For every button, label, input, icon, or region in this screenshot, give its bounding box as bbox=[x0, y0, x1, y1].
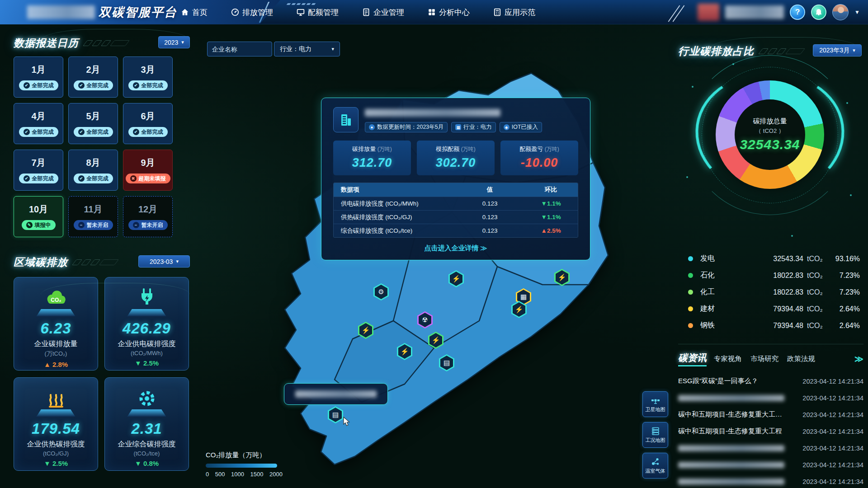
marker-glyph-icon: ⚡ bbox=[556, 270, 568, 285]
news-item-4[interactable]: 碳中和五期项目-生态修复重大工程2023-04-12 14:21:34 bbox=[678, 423, 863, 440]
calendar-month-card-1[interactable]: 1月✔全部完成 bbox=[14, 56, 63, 98]
company-detail-link[interactable]: 点击进入企业详情 ≫ bbox=[333, 244, 578, 253]
stat-value: 179.54 bbox=[14, 420, 98, 437]
stat-label: 企业供电碳排强度 bbox=[105, 339, 189, 349]
industry-legend-row-3: 化工18022.83tCO₂7.23% bbox=[688, 286, 860, 299]
news-item-2[interactable]: 2023-04-12 14:21:34 bbox=[678, 389, 863, 406]
table-trend-cell: ▲2.5% bbox=[524, 227, 578, 234]
news-item-5[interactable]: 2023-04-12 14:21:34 bbox=[678, 440, 863, 456]
region-month-select[interactable]: 2023-03▾ bbox=[138, 255, 190, 267]
popup-stat-value: -10.00 bbox=[500, 156, 578, 170]
calendar-month-card-10[interactable]: 10月✎填报中 bbox=[14, 196, 63, 237]
title-ornaments bbox=[74, 259, 117, 265]
news-timestamp: 2023-04-12 14:21:34 bbox=[802, 478, 863, 485]
user-avatar[interactable] bbox=[832, 4, 849, 20]
map-emission-legend: CO₂排放量（万吨） 0500100015002000 bbox=[206, 451, 292, 478]
nav-item-3[interactable]: 配额管理 bbox=[297, 7, 339, 18]
calendar-month-card-12[interactable]: 12月−暂未开启 bbox=[123, 196, 173, 237]
month-status-badge: ✔全部完成 bbox=[19, 174, 58, 183]
month-label: 6月 bbox=[141, 110, 155, 122]
map-layer-button-3[interactable]: 温室气体 bbox=[642, 453, 668, 479]
month-label: 12月 bbox=[138, 203, 157, 216]
popup-stat-2: 模拟配额 (万吨)302.70 bbox=[417, 141, 495, 175]
news-item-7[interactable]: 2023-04-12 14:21:34 bbox=[678, 473, 863, 488]
month-status-text: 暂未开启 bbox=[87, 221, 108, 229]
nav-item-4[interactable]: 企业管理 bbox=[362, 7, 404, 18]
region-stat-card-1: CO₂6.23企业碳排放量(万tCO₂)▲ 2.8% bbox=[14, 277, 98, 371]
month-status-badge: −暂未开启 bbox=[128, 220, 168, 230]
calendar-month-card-8[interactable]: 8月✔全部完成 bbox=[68, 150, 118, 191]
marker-glyph-icon: ▤ bbox=[440, 356, 453, 370]
news-item-3[interactable]: 碳中和五期项目-生态修复重大工程...2023-04-12 14:21:34 bbox=[678, 406, 863, 423]
calendar-month-card-9[interactable]: 9月✖超期未填报 bbox=[123, 150, 173, 191]
bell-icon bbox=[815, 9, 822, 16]
layer-button-label: 卫星地图 bbox=[646, 406, 665, 413]
table-header-cell: 数据项 bbox=[334, 186, 456, 194]
map-layer-button-1[interactable]: 卫星地图 bbox=[642, 391, 668, 417]
month-status-text: 全部完成 bbox=[32, 128, 54, 136]
calendar-month-card-4[interactable]: 4月✔全部完成 bbox=[14, 103, 63, 144]
grid-icon bbox=[428, 8, 436, 16]
table-item-cell: 综合碳排放强度 (tCO₂/tce) bbox=[334, 227, 456, 235]
redacted-tooltip-company-name bbox=[295, 390, 377, 398]
legend-value: 79394.48 bbox=[736, 322, 803, 330]
notification-bell-button[interactable] bbox=[811, 5, 826, 20]
legend-ticks: 0500100015002000 bbox=[206, 471, 283, 478]
news-item-1[interactable]: ESG跟“双碳”是一回事么？2023-04-12 14:21:34 bbox=[678, 373, 863, 389]
legend-gradient-bar bbox=[206, 464, 277, 468]
news-item-6[interactable]: 2023-04-12 14:21:34 bbox=[678, 456, 863, 473]
help-button[interactable]: ? bbox=[790, 5, 805, 20]
calendar-month-card-7[interactable]: 7月✔全部完成 bbox=[14, 150, 63, 191]
month-status-text: 超期未填报 bbox=[139, 175, 166, 183]
month-status-badge: ✎填报中 bbox=[22, 220, 56, 230]
calendar-month-card-3[interactable]: 3月✔全部完成 bbox=[123, 56, 173, 98]
iot-icon: ◈ bbox=[504, 124, 509, 130]
nav-item-1[interactable]: 首页 bbox=[181, 7, 208, 18]
redacted-news-title bbox=[678, 479, 784, 485]
industry-month-select[interactable]: 2023年3月▾ bbox=[813, 44, 862, 56]
month-status-badge: −暂未开启 bbox=[74, 220, 113, 230]
calendar-month-card-5[interactable]: 5月✔全部完成 bbox=[68, 103, 118, 144]
month-status-text: 全部完成 bbox=[142, 128, 163, 136]
calendar-month-card-2[interactable]: 2月✔全部完成 bbox=[68, 56, 118, 98]
stat-delta: ▼ 0.8% bbox=[105, 460, 189, 467]
nav-item-label: 排放管理 bbox=[242, 7, 273, 18]
stat-unit: (tCO₂/GJ) bbox=[14, 450, 98, 457]
news-more-chevrons-icon[interactable]: ≫ bbox=[854, 354, 863, 364]
monitor-icon bbox=[297, 8, 305, 16]
calendar-month-card-6[interactable]: 6月✔全部完成 bbox=[123, 103, 173, 144]
redacted-company-name bbox=[365, 109, 500, 117]
user-menu-chevron-down-icon[interactable]: ▼ bbox=[854, 9, 860, 15]
news-tab-3[interactable]: 政策法规 bbox=[787, 354, 815, 364]
calendar-year-select[interactable]: 2023▾ bbox=[158, 36, 190, 48]
news-tab-2[interactable]: 市场研究 bbox=[750, 354, 778, 364]
server-icon bbox=[651, 427, 660, 436]
legend-unit: tCO₂ bbox=[807, 322, 830, 330]
nav-item-label: 首页 bbox=[192, 7, 208, 18]
company-search-input[interactable] bbox=[207, 42, 272, 56]
industry-filter-select[interactable]: 行业：电力▾ bbox=[274, 42, 340, 56]
redacted-brand-logo bbox=[27, 5, 95, 19]
news-tab-1[interactable]: 专家视角 bbox=[714, 354, 742, 364]
legend-dot bbox=[688, 323, 693, 328]
map-layer-button-2[interactable]: 工况地图 bbox=[642, 422, 668, 448]
news-list: ESG跟“双碳”是一回事么？2023-04-12 14:21:342023-04… bbox=[678, 373, 863, 488]
industry-donut-chart: 碳排放总量 （ tCO2 ） 32543.34 bbox=[716, 80, 824, 189]
month-label: 10月 bbox=[29, 203, 48, 216]
month-label: 7月 bbox=[31, 157, 45, 169]
stat-delta: ▼ 2.5% bbox=[105, 359, 189, 367]
month-label: 2月 bbox=[86, 64, 100, 76]
app-title: 双碳智服平台 bbox=[99, 4, 177, 20]
table-header-cell: 环比 bbox=[524, 186, 578, 194]
nav-item-2[interactable]: 排放管理 bbox=[231, 7, 273, 18]
redacted-user-info bbox=[725, 5, 784, 19]
company-detail-popup: ● 数据更新时间：2023年5月 ▦ 行业：电力 ◈ IOT已接入 碳排放量 (… bbox=[321, 98, 590, 260]
nav-item-5[interactable]: 分析中心 bbox=[428, 7, 470, 18]
nav-item-6[interactable]: 应用示范 bbox=[493, 7, 535, 18]
calendar-month-card-11[interactable]: 11月−暂未开启 bbox=[68, 196, 118, 237]
legend-tick: 1500 bbox=[250, 471, 264, 478]
right-column: 行业碳排放占比 2023年3月▾ 碳排放总量 （ tCO2 ） 32543.34… bbox=[678, 32, 863, 488]
legend-name: 钢铁 bbox=[700, 321, 736, 330]
news-panel-header: 碳资讯 专家视角市场研究政策法规 ≫ bbox=[678, 344, 863, 366]
popup-table-row-2: 供热碳排放强度 (tCO₂/GJ)0.123▼1.1% bbox=[334, 210, 578, 224]
